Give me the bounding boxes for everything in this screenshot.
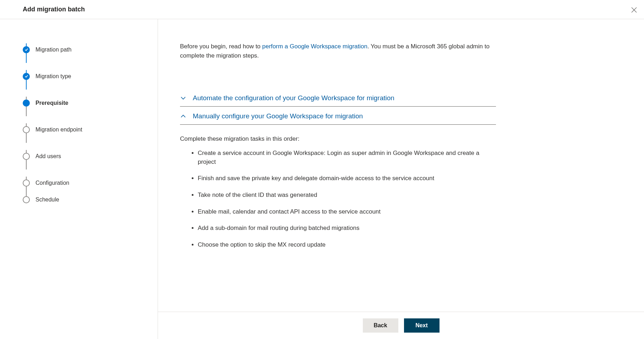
step-label: Schedule: [36, 197, 59, 203]
step-configuration[interactable]: Configuration: [23, 170, 158, 196]
wizard-main: Before you begin, read how to perform a …: [158, 19, 644, 339]
accordion-header-manual[interactable]: Manually configure your Google Workspace…: [180, 107, 496, 125]
wizard-sidebar: Migration path Migration type Prerequisi…: [0, 19, 158, 339]
wizard-footer: Back Next: [158, 312, 644, 339]
wizard-title: Add migration batch: [23, 6, 85, 13]
intro-prefix: Before you begin, read how to: [180, 43, 262, 50]
accordion: Automate the configuration of your Googl…: [180, 88, 496, 249]
step-dot-pending: [23, 196, 30, 203]
checkmark-icon: [24, 74, 28, 78]
task-item: Finish and save the private key and dele…: [198, 174, 496, 183]
task-item: Take note of the client ID that was gene…: [198, 191, 496, 200]
step-migration-path[interactable]: Migration path: [23, 36, 158, 63]
accordion-title: Manually configure your Google Workspace…: [193, 112, 363, 120]
step-dot-completed: [23, 46, 30, 53]
wizard-content: Before you begin, read how to perform a …: [158, 19, 644, 312]
accordion-body-manual: Complete these migration tasks in this o…: [180, 125, 496, 249]
chevron-down-icon: [180, 95, 190, 101]
intro-link[interactable]: perform a Google Workspace migration: [262, 43, 367, 50]
accordion-header-automate[interactable]: Automate the configuration of your Googl…: [180, 88, 496, 107]
step-schedule[interactable]: Schedule: [23, 196, 158, 203]
step-add-users[interactable]: Add users: [23, 143, 158, 170]
step-label: Prerequisite: [36, 100, 68, 106]
close-icon: [631, 7, 637, 13]
task-item: Choose the option to skip the MX record …: [198, 241, 496, 249]
step-prerequisite[interactable]: Prerequisite: [23, 90, 158, 116]
step-dot-pending: [23, 153, 30, 160]
tasks-intro: Complete these migration tasks in this o…: [180, 135, 496, 142]
step-dot-completed: [23, 73, 30, 80]
step-label: Migration endpoint: [36, 127, 82, 133]
task-item: Enable mail, calendar and contact API ac…: [198, 208, 496, 216]
step-label: Migration type: [36, 73, 71, 80]
step-label: Configuration: [36, 180, 69, 186]
step-list: Migration path Migration type Prerequisi…: [23, 36, 158, 203]
accordion-item-manual: Manually configure your Google Workspace…: [180, 107, 496, 249]
task-item: Create a service account in Google Works…: [198, 149, 496, 166]
chevron-up-icon: [180, 113, 190, 119]
checkmark-icon: [24, 48, 28, 52]
step-label: Migration path: [36, 47, 71, 53]
step-label: Add users: [36, 153, 61, 160]
task-item: Add a sub-domain for mail routing during…: [198, 224, 496, 233]
intro-paragraph: Before you begin, read how to perform a …: [180, 42, 500, 60]
next-button[interactable]: Next: [404, 318, 440, 333]
close-button[interactable]: [628, 4, 640, 16]
back-button[interactable]: Back: [363, 318, 398, 333]
task-list: Create a service account in Google Works…: [180, 149, 496, 249]
step-dot-pending: [23, 126, 30, 133]
wizard-body: Migration path Migration type Prerequisi…: [0, 19, 644, 339]
step-migration-type[interactable]: Migration type: [23, 63, 158, 90]
step-migration-endpoint[interactable]: Migration endpoint: [23, 116, 158, 143]
wizard-header: Add migration batch: [0, 0, 644, 19]
accordion-item-automate: Automate the configuration of your Googl…: [180, 88, 496, 107]
step-dot-pending: [23, 179, 30, 187]
accordion-title: Automate the configuration of your Googl…: [193, 94, 394, 102]
step-dot-active: [23, 99, 30, 107]
